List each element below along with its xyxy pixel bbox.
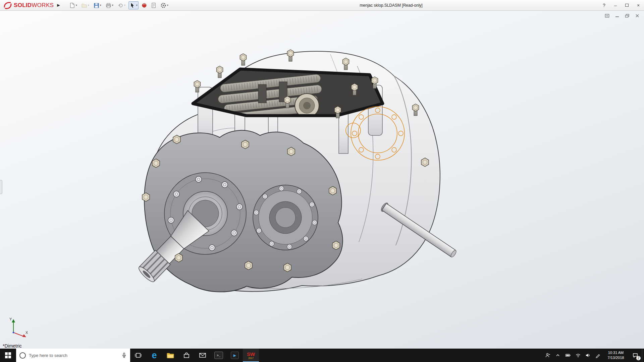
- taskbar-search-input[interactable]: [29, 353, 118, 358]
- system-tray: 10:31 AM 7/13/2018 2: [543, 349, 644, 362]
- taskbar-item-mail[interactable]: [195, 349, 211, 362]
- pen-icon: [595, 353, 601, 358]
- dropdown-arrow-icon: ▾: [100, 4, 101, 7]
- task-view-icon: [135, 352, 142, 359]
- volume-button[interactable]: [583, 349, 593, 362]
- store-bag-icon: [183, 352, 190, 359]
- undo-button[interactable]: ▾: [116, 1, 126, 9]
- show-desktop-button[interactable]: [642, 349, 644, 362]
- graphics-viewport[interactable]: Y X *Dimetric: [0, 11, 644, 349]
- microphone-icon[interactable]: [121, 352, 127, 358]
- edge-icon: e: [152, 351, 157, 360]
- notification-badge: 2: [636, 356, 641, 360]
- start-button[interactable]: [0, 349, 16, 362]
- clock-time: 10:31 AM: [608, 350, 624, 355]
- front-flange[interactable]: [134, 130, 343, 292]
- battery-button[interactable]: [563, 349, 573, 362]
- task-view-button[interactable]: [130, 349, 146, 362]
- open-folder-icon: [81, 2, 87, 8]
- select-tool-button[interactable]: ▾: [128, 1, 139, 9]
- taskbar-item-console[interactable]: >_: [211, 349, 227, 362]
- menu-flyout-arrow-icon[interactable]: ▶: [56, 3, 63, 7]
- document-title: menjac sklop.SLDASM [Read-only]: [360, 3, 422, 8]
- gearbox-model[interactable]: [0, 11, 644, 349]
- dropdown-arrow-icon: ▾: [167, 4, 168, 7]
- file-properties-button[interactable]: [150, 1, 157, 9]
- pen-button[interactable]: [593, 349, 603, 362]
- console-icon: >_: [214, 352, 223, 359]
- dropdown-arrow-icon: ▾: [136, 4, 138, 7]
- solidworks-logo-icon: [3, 1, 12, 10]
- restore-doc-icon[interactable]: [625, 13, 630, 18]
- close-button[interactable]: ×: [633, 0, 644, 10]
- taskbar-item-file-explorer[interactable]: [162, 349, 178, 362]
- solidworks-logo: SOLIDWORKS: [0, 1, 56, 10]
- save-icon: [93, 2, 99, 8]
- print-button[interactable]: ▾: [104, 1, 114, 9]
- maximize-icon: [625, 4, 629, 7]
- y-axis-arrow-icon: [12, 319, 15, 322]
- dropdown-arrow-icon: ▾: [76, 4, 77, 7]
- solidworks-app-icon: SW 2017: [247, 352, 255, 359]
- taskbar-item-edge[interactable]: e: [146, 349, 162, 362]
- volume-icon: [585, 353, 591, 358]
- secondary-flange[interactable]: [253, 185, 318, 250]
- brand-text: SOLIDWORKS: [14, 2, 54, 9]
- people-icon: [545, 353, 550, 358]
- taskbar-clock[interactable]: 10:31 AM 7/13/2018: [603, 349, 629, 362]
- mail-icon: [199, 352, 206, 358]
- battery-icon: [565, 353, 571, 358]
- taskbar-item-store[interactable]: [178, 349, 195, 362]
- window-controls: ? – ×: [598, 0, 644, 10]
- dropdown-arrow-icon: ▾: [124, 4, 125, 7]
- minimize-button[interactable]: –: [610, 0, 621, 10]
- hidden-icons-button[interactable]: [553, 349, 563, 362]
- dropdown-arrow-icon: ▾: [88, 4, 89, 7]
- x-axis-label: X: [25, 330, 28, 335]
- y-axis-label: Y: [9, 317, 12, 321]
- chevron-up-icon: [555, 353, 560, 358]
- appearance-icon: [142, 2, 147, 8]
- file-properties-icon: [151, 2, 156, 8]
- dock-icon[interactable]: [604, 13, 610, 18]
- taskbar-search[interactable]: [16, 349, 130, 362]
- minimize-doc-icon[interactable]: [614, 13, 620, 18]
- appearance-button[interactable]: [141, 1, 148, 9]
- options-button[interactable]: ▾: [159, 1, 169, 9]
- windows-taskbar: e >_ ▶ SW 2017: [0, 349, 644, 362]
- dropdown-arrow-icon: ▾: [112, 4, 113, 7]
- taskbar-item-solidworks[interactable]: SW 2017: [243, 349, 259, 362]
- quick-access-toolbar: ▾ ▾ ▾ ▾ ▾: [68, 1, 169, 9]
- save-button[interactable]: ▾: [92, 1, 102, 9]
- undo-icon: [117, 2, 123, 8]
- help-button[interactable]: ?: [598, 0, 610, 10]
- close-doc-icon[interactable]: [635, 13, 640, 18]
- clock-date: 7/13/2018: [608, 355, 624, 360]
- document-window-controls: [604, 13, 640, 18]
- new-document-button[interactable]: ▾: [68, 1, 78, 9]
- app-titlebar: SOLIDWORKS ▶ ▾ ▾ ▾ ▾: [0, 0, 644, 11]
- media-app-icon: ▶: [231, 352, 239, 359]
- maximize-button[interactable]: [621, 0, 633, 10]
- action-center-button[interactable]: 2: [629, 349, 642, 362]
- select-cursor-icon: [129, 2, 136, 8]
- reference-triad: Y X: [6, 316, 30, 340]
- new-document-icon: [69, 2, 75, 8]
- people-button[interactable]: [543, 349, 553, 362]
- file-explorer-icon: [166, 352, 174, 359]
- windows-logo-icon: [5, 352, 11, 359]
- cortana-icon: [19, 352, 26, 359]
- x-axis-arrow-icon: [22, 334, 26, 337]
- open-document-button[interactable]: ▾: [80, 1, 90, 9]
- network-icon: [575, 353, 581, 358]
- print-icon: [105, 2, 111, 8]
- options-gear-icon: [160, 2, 166, 8]
- taskbar-item-media-app[interactable]: ▶: [227, 349, 243, 362]
- network-button[interactable]: [573, 349, 583, 362]
- view-orientation-label: *Dimetric: [3, 343, 22, 349]
